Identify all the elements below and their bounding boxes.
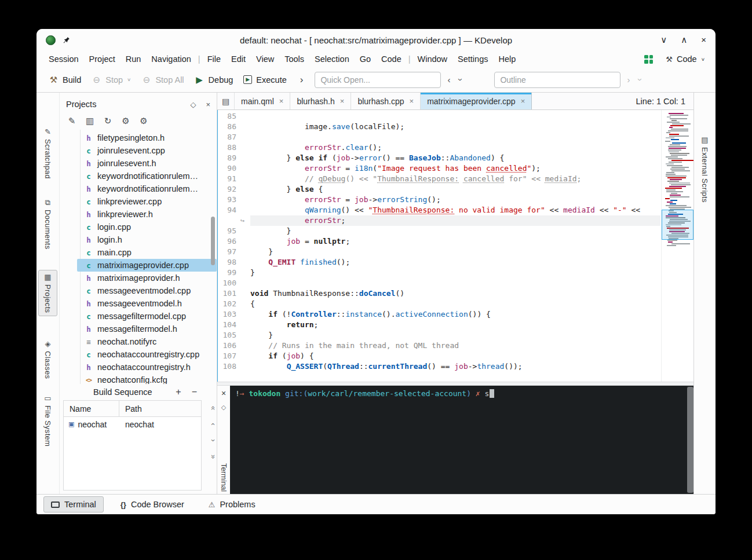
toolbar-expand-icon[interactable]: › — [295, 74, 312, 86]
outline-input[interactable] — [494, 72, 620, 88]
tree-item-login-cpp[interactable]: clogin.cpp — [77, 221, 217, 233]
tree-item-messageeventmodel-h[interactable]: hmessageeventmodel.h — [77, 297, 217, 310]
code-line: 86 image.save(localFile); — [218, 122, 660, 132]
minimap-viewport[interactable] — [662, 210, 693, 240]
tree-item-main-cpp[interactable]: cmain.cpp — [77, 246, 217, 259]
tree-item-linkpreviewer-cpp[interactable]: clinkpreviewer.cpp — [77, 195, 217, 208]
menu-code[interactable]: Code — [376, 53, 407, 65]
remove-button[interactable]: − — [192, 387, 197, 397]
tree-scrollbar[interactable] — [211, 217, 215, 265]
menu-run[interactable]: Run — [121, 53, 147, 65]
menu-selection[interactable]: Selection — [309, 53, 355, 65]
tree-item-neochataccountregistry-cpp[interactable]: cneochataccountregistry.cpp — [77, 348, 217, 361]
stop-all-button[interactable]: ⊖Stop All — [136, 71, 189, 89]
tree-item-linkpreviewer-h[interactable]: hlinkpreviewer.h — [77, 208, 217, 221]
code-line: 101void ThumbnailResponse::doCancel() — [218, 288, 660, 299]
menu-help[interactable]: Help — [493, 53, 521, 65]
document-list-icon[interactable]: ▤ — [217, 93, 235, 109]
menu-edit[interactable]: Edit — [226, 53, 251, 65]
sidebar-tab-projects[interactable]: ▦Projects — [38, 270, 57, 316]
build-sequence-row[interactable]: ▣neochatneochat — [64, 417, 201, 431]
sidebar-tab-classes[interactable]: ◈Classes — [38, 337, 57, 382]
add-button[interactable]: + — [176, 387, 181, 397]
statusbar-tab-problems[interactable]: ⚠Problems — [201, 496, 263, 513]
editor-tab-blurhash-h[interactable]: blurhash.h× — [290, 93, 351, 109]
area-switcher-button[interactable]: ⚒ Code ∨ — [662, 53, 709, 65]
minimap[interactable] — [661, 110, 693, 382]
close-icon[interactable]: × — [521, 97, 525, 105]
projects-icon: ▦ — [44, 273, 51, 281]
chevron-down-icon[interactable]: › — [636, 75, 645, 85]
build-button[interactable]: ⚒Build — [43, 71, 86, 89]
tree-item-messagefiltermodel-cpp[interactable]: cmessagefiltermodel.cpp — [77, 310, 217, 323]
terminal-scrollbar[interactable] — [687, 386, 693, 494]
terminal-screen[interactable]: !→ tokodon git:(work/carl/remember-selec… — [230, 386, 687, 494]
menu-settings[interactable]: Settings — [452, 53, 493, 65]
menu-navigation[interactable]: Navigation — [146, 53, 196, 65]
column-header-path[interactable]: Path — [119, 404, 142, 413]
next-icon[interactable]: › — [624, 75, 633, 85]
float-icon[interactable]: ◇ — [190, 100, 196, 109]
refresh-icon[interactable]: ↻ — [103, 116, 113, 126]
menu-window[interactable]: Window — [412, 53, 453, 65]
previous-icon[interactable]: ‹ — [444, 75, 453, 85]
editor-tab-blurhash-cpp[interactable]: blurhash.cpp× — [351, 93, 421, 109]
statusbar-tab-terminal[interactable]: Terminal — [43, 496, 104, 513]
tree-item-joinrulesevent-h[interactable]: hjoinrulesevent.h — [77, 157, 217, 170]
sidebar-tab-scratchpad[interactable]: ✎Scratchpad — [38, 125, 57, 182]
tree-item-messageeventmodel-cpp[interactable]: cmessageeventmodel.cpp — [77, 284, 217, 297]
tree-item-neochataccountregistry-h[interactable]: hneochataccountregistry.h — [77, 361, 217, 374]
menu-tools[interactable]: Tools — [279, 53, 309, 65]
close-icon[interactable]: × — [221, 389, 226, 398]
move-up-icon[interactable]: ‹ — [212, 420, 214, 429]
menu-view[interactable]: View — [251, 53, 279, 65]
menu-project[interactable]: Project — [84, 53, 121, 65]
menu-session[interactable]: Session — [43, 53, 84, 65]
gear-icon[interactable]: ⚙ — [121, 116, 131, 126]
execute-button[interactable]: ▶Execute — [238, 72, 291, 88]
tree-item-matriximageprovider-cpp[interactable]: cmatriximageprovider.cpp — [77, 259, 217, 272]
float-icon[interactable]: ◇ — [221, 404, 226, 411]
sidebar-tab-documents[interactable]: ⧉Documents — [38, 196, 57, 252]
debug-button[interactable]: ▶Debug — [189, 71, 239, 89]
menu-go[interactable]: Go — [355, 53, 376, 65]
editor-tab-main-qml[interactable]: main.qml× — [235, 93, 290, 109]
tree-item-messagefiltermodel-h[interactable]: hmessagefiltermodel.h — [77, 323, 217, 335]
tree-item-login-h[interactable]: hlogin.h — [77, 233, 217, 246]
panel-icon[interactable]: ▥ — [85, 116, 95, 126]
area-grid-icon[interactable] — [644, 55, 653, 64]
sidebar-tab-file-system[interactable]: ▭File System — [38, 391, 57, 449]
close-icon[interactable]: × — [410, 97, 414, 105]
gear-icon[interactable]: ⚙ — [138, 116, 149, 126]
tree-item-keywordnotificationrulem[interactable]: hkeywordnotificationrulem… — [77, 182, 217, 195]
editor-tab-matriximageprovider-cpp[interactable]: matriximageprovider.cpp× — [421, 93, 532, 109]
tree-item-joinrulesevent-cpp[interactable]: cjoinrulesevent.cpp — [77, 144, 217, 157]
edit-icon[interactable]: ✎ — [67, 116, 77, 126]
line-number: 108 — [218, 361, 236, 372]
pin-icon[interactable] — [63, 36, 70, 44]
move-top-icon[interactable]: « — [211, 404, 216, 412]
close-icon[interactable]: × — [340, 97, 345, 105]
minimize-icon[interactable]: ∨ — [660, 35, 667, 45]
code-line: 105 } — [218, 330, 660, 341]
chevron-down-icon[interactable]: › — [457, 75, 465, 85]
close-icon[interactable]: × — [206, 100, 210, 109]
tree-item-neochatconfig-kcfg[interactable]: <>neochatconfig.kcfg — [77, 374, 217, 384]
move-down-icon[interactable]: › — [212, 436, 214, 445]
tree-item-filetypesingleton-h[interactable]: hfiletypesingleton.h — [77, 131, 217, 144]
code-editor[interactable]: 8586 image.save(localFile);8788 errorStr… — [217, 110, 693, 382]
horizontal-splitter[interactable] — [217, 382, 693, 386]
close-icon[interactable]: × — [279, 97, 284, 105]
maximize-icon[interactable]: ∧ — [681, 35, 687, 45]
sidebar-tab-external-scripts[interactable]: ▤External Scripts — [695, 133, 714, 206]
tree-item-keywordnotificationrulem[interactable]: ckeywordnotificationrulem… — [77, 170, 217, 182]
move-bottom-icon[interactable]: » — [211, 452, 216, 461]
quick-open-input[interactable] — [315, 72, 441, 88]
column-header-name[interactable]: Name — [64, 401, 119, 416]
tree-item-neochat-notifyrc[interactable]: ≡neochat.notifyrc — [77, 335, 217, 348]
tree-item-matriximageprovider-h[interactable]: hmatriximageprovider.h — [77, 272, 217, 284]
close-icon[interactable]: × — [701, 35, 706, 45]
menu-file[interactable]: File — [202, 53, 226, 65]
stop-button[interactable]: ⊖Stop∨ — [86, 71, 136, 89]
statusbar-tab-code-browser[interactable]: {}Code Browser — [113, 496, 192, 513]
